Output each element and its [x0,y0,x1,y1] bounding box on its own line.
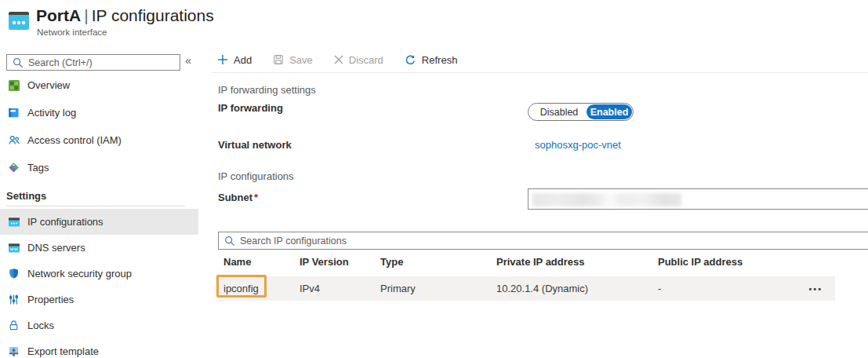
sidebar-search-box[interactable] [6,54,180,71]
command-bar: Add Save Discard Refresh [212,47,868,73]
ip-configurations-icon [7,215,20,228]
refresh-button-label: Refresh [422,54,458,66]
sidebar-item-label: Access control (IAM) [27,134,122,146]
sidebar-settings-header: Settings [6,190,46,202]
add-icon [217,54,228,65]
network-security-group-icon [7,267,20,280]
sidebar-item-overview[interactable]: Overview [0,72,198,98]
sidebar-item-properties[interactable]: Properties [0,287,198,312]
cell-name[interactable]: ipconfig [218,283,300,294]
export-template-icon [7,345,20,358]
sidebar-item-label: Tags [27,162,49,174]
sidebar-item-label: Overview [27,79,70,91]
ip-configurations-search-box[interactable] [218,232,868,250]
sidebar-collapse-button[interactable]: « [185,54,191,67]
sidebar-item-locks[interactable]: Locks [0,312,198,338]
sidebar-item-ip-configurations[interactable]: IP configurations [0,209,198,235]
ip-forwarding-toggle[interactable]: Disabled Enabled [528,103,634,121]
virtual-network-label: Virtual network [218,139,292,151]
table-header: Name IP Version Type Private IP address … [218,256,868,272]
section-title-ip-forwarding-settings: IP forwarding settings [218,84,316,96]
sidebar-item-network-security-group[interactable]: Network security group [0,261,198,287]
toggle-option-enabled[interactable]: Enabled [587,104,632,119]
search-icon [13,57,24,68]
network-interface-icon [8,10,30,31]
refresh-button[interactable]: Refresh [405,54,458,66]
page-subtitle: Network interface [37,27,107,37]
sidebar-item-label: Export template [27,345,99,357]
sidebar-item-label: DNS servers [27,242,85,254]
column-header-public-ip[interactable]: Public IP address [658,256,783,272]
subnet-dropdown[interactable] [528,188,868,210]
sidebar-item-label: IP configurations [27,216,104,228]
sidebar-item-label: Activity log [27,107,76,119]
cell-ip-version: IPv4 [300,283,380,294]
save-button-label: Save [289,54,313,66]
sidebar-item-label: Locks [27,320,54,331]
virtual-network-link[interactable]: sophosxg-poc-vnet [535,139,621,151]
properties-icon [7,293,20,306]
tags-icon [7,161,20,174]
row-context-menu-button[interactable]: ••• [808,284,835,294]
ip-configurations-search-input[interactable] [240,236,868,247]
sidebar-item-export-template[interactable]: Export template [0,338,198,358]
main-content: Add Save Discard Refresh IP forwarding s… [212,47,868,358]
sidebar-item-tags[interactable]: Tags [0,155,198,181]
table-row[interactable]: ipconfig IPv4 Primary 10.20.1.4 (Dynamic… [218,276,835,301]
cell-public-ip: - [658,283,783,294]
settings-divider [6,206,185,206]
overview-icon [7,79,20,92]
column-header-name[interactable]: Name [218,256,300,272]
refresh-icon [405,54,416,66]
column-header-type[interactable]: Type [380,256,496,272]
sidebar-item-access-control[interactable]: Access control (IAM) [0,127,198,153]
page-header: PortA|IP configurations Network interfac… [0,0,868,46]
save-button[interactable]: Save [273,54,313,66]
discard-icon [334,55,343,64]
sidebar-item-label: Network security group [27,268,132,279]
cell-type: Primary [380,283,496,294]
sidebar-item-activity-log[interactable]: Activity log [0,100,198,126]
locks-icon [7,319,20,332]
save-icon [273,54,284,65]
sidebar-item-label: Properties [27,294,74,305]
search-icon [224,236,235,247]
access-control-icon [7,133,20,147]
sidebar-item-dns-servers[interactable]: DNS servers [0,235,198,261]
add-button-label: Add [234,54,252,66]
subnet-label: Subnet* [218,192,258,203]
discard-button[interactable]: Discard [334,54,383,66]
column-header-private-ip[interactable]: Private IP address [496,256,658,272]
column-header-ip-version[interactable]: IP Version [300,256,380,272]
sidebar: « Overview Activity log Access control (… [0,47,201,358]
toggle-option-disabled[interactable]: Disabled [528,107,587,118]
ip-forwarding-label: IP forwarding [218,102,283,114]
discard-button-label: Discard [349,54,383,66]
sidebar-search-input[interactable] [28,57,169,68]
subnet-redacted-value [532,193,681,206]
add-button[interactable]: Add [217,54,252,66]
cell-private-ip: 10.20.1.4 (Dynamic) [496,283,658,294]
required-asterisk: * [252,192,258,203]
page-title: PortA|IP configurations [36,6,214,25]
dns-servers-icon [7,241,20,254]
section-title-ip-configurations: IP configurations [218,170,294,182]
activity-log-icon [7,106,20,119]
